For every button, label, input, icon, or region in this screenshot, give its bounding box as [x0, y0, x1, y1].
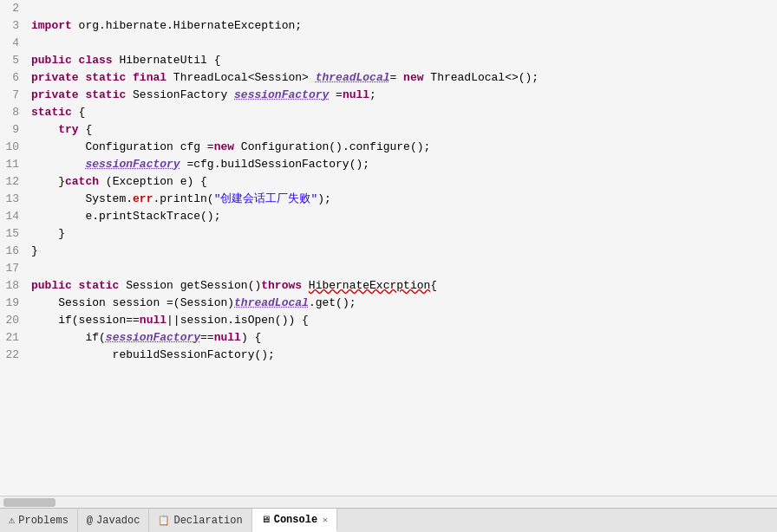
declaration-tab-label: Declaration: [173, 515, 242, 527]
code-container[interactable]: 23import org.hibernate.HibernateExceptio…: [0, 0, 777, 496]
code-line: 5public class HibernateUtil {: [0, 52, 777, 69]
line-number: 17: [0, 260, 26, 277]
line-content: public class HibernateUtil {: [26, 52, 777, 69]
line-content: sessionFactory =cfg.buildSessionFactory(…: [26, 156, 777, 173]
line-content: if(session==null||session.isOpen()) {: [26, 312, 777, 329]
line-content: }catch (Exception e) {: [26, 173, 777, 191]
line-content: private static SessionFactory sessionFac…: [26, 87, 777, 104]
code-line: 22 rebuildSessionFactory();: [0, 347, 777, 364]
console-tab-icon: 🖥: [261, 514, 271, 525]
problems-tab-label: Problems: [18, 515, 69, 527]
javadoc-tab-icon: @: [87, 515, 93, 527]
bottom-tab-bar: ⚠Problems@Javadoc📋Declaration🖥Console✕: [0, 508, 777, 532]
code-line: 10 Configuration cfg =new Configuration(…: [0, 139, 777, 156]
line-number: 2: [0, 0, 26, 17]
line-number: 7: [0, 87, 26, 104]
tab-declaration[interactable]: 📋Declaration: [149, 509, 251, 532]
code-line: 11 sessionFactory =cfg.buildSessionFacto…: [0, 156, 777, 173]
tab-problems[interactable]: ⚠Problems: [0, 509, 78, 532]
line-number: 18: [0, 277, 26, 295]
code-line: 2: [0, 0, 777, 17]
line-number: 5: [0, 52, 26, 69]
line-number: 15: [0, 225, 26, 243]
line-content: static {: [26, 104, 777, 121]
code-line: 7private static SessionFactory sessionFa…: [0, 87, 777, 104]
line-number: 11: [0, 156, 26, 173]
line-content: public static Session getSession()throws…: [26, 277, 777, 295]
line-number: 10: [0, 139, 26, 156]
code-line: 3import org.hibernate.HibernateException…: [0, 17, 777, 35]
code-line: 15 }: [0, 225, 777, 243]
line-content: [26, 260, 777, 277]
line-content: rebuildSessionFactory();: [26, 347, 777, 364]
code-line: 8static {: [0, 104, 777, 121]
line-content: import org.hibernate.HibernateException;: [26, 17, 777, 35]
line-content: [26, 35, 777, 52]
code-line: 4: [0, 35, 777, 52]
code-line: 12 }catch (Exception e) {: [0, 173, 777, 191]
tab-console[interactable]: 🖥Console✕: [252, 509, 337, 532]
console-tab-close[interactable]: ✕: [323, 515, 328, 525]
line-number: 3: [0, 17, 26, 35]
code-line: 18public static Session getSession()thro…: [0, 277, 777, 295]
code-line: 20 if(session==null||session.isOpen()) {: [0, 312, 777, 329]
line-content: [26, 0, 777, 17]
line-content: e.printStackTrace();: [26, 208, 777, 225]
line-number: 16: [0, 243, 26, 260]
line-number: 21: [0, 329, 26, 347]
javadoc-tab-label: Javadoc: [96, 515, 140, 527]
code-line: 17: [0, 260, 777, 277]
editor-area: 23import org.hibernate.HibernateExceptio…: [0, 0, 777, 508]
declaration-tab-icon: 📋: [158, 515, 170, 526]
line-content: if(sessionFactory==null) {: [26, 329, 777, 347]
code-line: 21 if(sessionFactory==null) {: [0, 329, 777, 347]
line-number: 6: [0, 69, 26, 87]
line-content: Configuration cfg =new Configuration().c…: [26, 139, 777, 156]
tab-javadoc[interactable]: @Javadoc: [78, 509, 150, 532]
line-number: 8: [0, 104, 26, 121]
line-number: 14: [0, 208, 26, 225]
horizontal-scrollbar[interactable]: [0, 496, 777, 508]
line-content: private static final ThreadLocal<Session…: [26, 69, 777, 87]
code-line: 14 e.printStackTrace();: [0, 208, 777, 225]
line-number: 13: [0, 191, 26, 208]
line-number: 22: [0, 347, 26, 364]
line-content: Session session =(Session)threadLocal.ge…: [26, 295, 777, 312]
line-number: 20: [0, 312, 26, 329]
line-content: }: [26, 243, 777, 260]
line-content: }: [26, 225, 777, 243]
line-number: 19: [0, 295, 26, 312]
line-content: try {: [26, 121, 777, 139]
code-line: 6private static final ThreadLocal<Sessio…: [0, 69, 777, 87]
line-number: 9: [0, 121, 26, 139]
scrollbar-thumb[interactable]: [3, 498, 56, 507]
code-line: 16}: [0, 243, 777, 260]
line-number: 4: [0, 35, 26, 52]
code-line: 13 System.err.println("创建会话工厂失败");: [0, 191, 777, 208]
console-tab-label: Console: [274, 514, 317, 526]
code-line: 9 try {: [0, 121, 777, 139]
line-number: 12: [0, 173, 26, 191]
problems-tab-icon: ⚠: [9, 514, 15, 527]
code-line: 19 Session session =(Session)threadLocal…: [0, 295, 777, 312]
line-content: System.err.println("创建会话工厂失败");: [26, 191, 777, 208]
